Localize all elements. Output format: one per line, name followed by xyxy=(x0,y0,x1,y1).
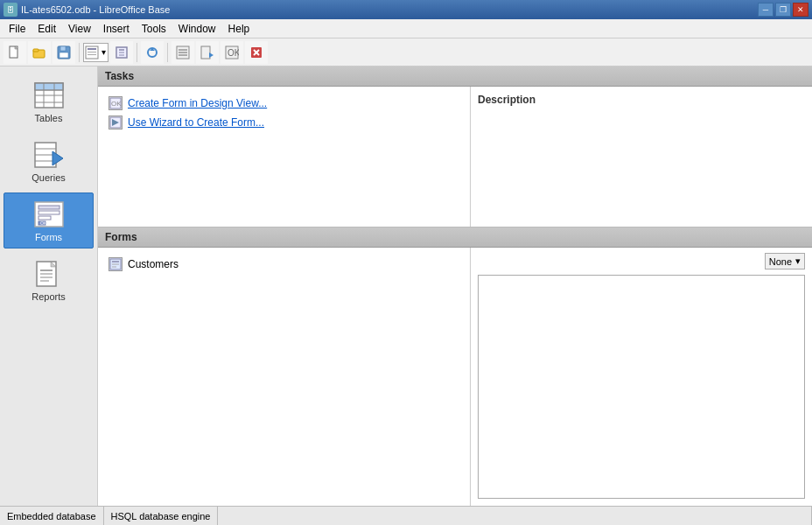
menu-file[interactable]: File xyxy=(4,21,31,37)
use-wizard-label: Use Wizard to Create Form... xyxy=(128,116,264,129)
none-select[interactable]: None ▾ xyxy=(765,253,805,270)
svg-text:OK: OK xyxy=(111,100,122,108)
query-stop-button[interactable] xyxy=(245,41,268,64)
status-db-type: Embedded database xyxy=(0,507,104,525)
tables-label: Tables xyxy=(35,113,63,123)
form-open-button[interactable] xyxy=(110,41,133,64)
none-arrow: ▾ xyxy=(795,256,801,267)
description-label: Description xyxy=(478,94,536,106)
svg-rect-21 xyxy=(201,46,210,59)
forms-body: Customers None ▾ xyxy=(98,248,812,506)
sep1 xyxy=(79,43,80,62)
tables-icon xyxy=(32,80,66,111)
forms-preview-panel: None ▾ xyxy=(471,248,812,506)
menu-insert[interactable]: Insert xyxy=(98,21,135,37)
query-run-button[interactable]: OK xyxy=(220,41,243,64)
new-button[interactable] xyxy=(4,41,26,64)
svg-rect-9 xyxy=(88,52,96,52)
svg-text:OK: OK xyxy=(228,48,239,58)
sidebar-item-queries[interactable]: Queries xyxy=(4,133,94,189)
menu-help[interactable]: Help xyxy=(223,21,256,37)
restore-button[interactable]: ❐ xyxy=(775,3,791,17)
create-form-design-item[interactable]: OK Create Form in Design View... xyxy=(105,94,463,113)
svg-rect-41 xyxy=(38,211,60,214)
reports-label: Reports xyxy=(32,291,66,302)
window-title: IL-ates6502.odb - LibreOffice Base xyxy=(21,4,170,15)
query-edit-button[interactable] xyxy=(196,41,219,64)
menu-edit[interactable]: Edit xyxy=(32,21,61,37)
wizard-icon xyxy=(108,116,122,130)
svg-rect-40 xyxy=(38,206,60,209)
queries-icon xyxy=(32,139,66,171)
customers-form-icon xyxy=(108,257,122,271)
sep3 xyxy=(167,43,168,62)
svg-rect-3 xyxy=(33,49,38,52)
tasks-body: OK Create Form in Design View... Use Wiz… xyxy=(98,87,812,227)
window-controls: ─ ❐ ✕ xyxy=(758,3,808,17)
sidebar-item-forms[interactable]: OK Forms xyxy=(4,192,94,248)
save-button[interactable] xyxy=(52,41,75,64)
forms-list: Customers xyxy=(98,248,471,506)
forms-icon: OK xyxy=(32,199,66,230)
create-form-icon: OK xyxy=(108,96,122,110)
tasks-section: Tasks OK Create Form in Design View... U… xyxy=(98,66,812,228)
status-bar: Embedded database HSQL database engine xyxy=(0,506,812,525)
tasks-list: OK Create Form in Design View... Use Wiz… xyxy=(98,87,471,227)
sidebar-item-tables[interactable]: Tables xyxy=(4,74,94,130)
menu-window[interactable]: Window xyxy=(173,21,221,37)
svg-text:OK: OK xyxy=(40,220,47,226)
status-engine: HSQL database engine xyxy=(104,507,219,525)
svg-rect-29 xyxy=(35,83,63,90)
toolbar: ▾ OK xyxy=(0,38,812,66)
svg-marker-38 xyxy=(52,151,63,165)
open-button[interactable] xyxy=(28,41,51,64)
query-new-button[interactable] xyxy=(172,41,194,64)
sidebar-item-reports[interactable]: Reports xyxy=(4,252,94,308)
forms-preview-box xyxy=(478,275,805,499)
svg-rect-10 xyxy=(88,54,96,55)
create-form-label: Create Form in Design View... xyxy=(128,97,267,109)
none-dropdown-area: None ▾ xyxy=(474,251,808,271)
forms-header: Forms xyxy=(98,228,812,248)
svg-rect-42 xyxy=(38,216,51,220)
reports-icon xyxy=(32,258,66,290)
form-combo[interactable]: ▾ xyxy=(83,43,108,62)
svg-marker-22 xyxy=(209,52,214,58)
menu-bar: File Edit View Insert Tools Window Help xyxy=(0,19,812,38)
customers-form-item[interactable]: Customers xyxy=(105,255,463,274)
tasks-header: Tasks xyxy=(98,66,812,87)
svg-rect-6 xyxy=(60,52,68,58)
menu-tools[interactable]: Tools xyxy=(136,21,172,37)
minimize-button[interactable]: ─ xyxy=(758,3,774,17)
close-button[interactable]: ✕ xyxy=(793,3,808,17)
use-wizard-item[interactable]: Use Wizard to Create Form... xyxy=(105,113,463,132)
none-label: None xyxy=(769,256,792,267)
customers-label: Customers xyxy=(128,258,178,270)
sep2 xyxy=(136,43,137,62)
status-empty xyxy=(218,507,812,525)
db-refresh-button[interactable] xyxy=(141,41,164,64)
app-icon: 🗄 xyxy=(4,3,18,17)
svg-rect-5 xyxy=(60,46,66,51)
sidebar: Tables Queries xyxy=(0,66,98,506)
title-bar: 🗄 IL-ates6502.odb - LibreOffice Base ─ ❐… xyxy=(0,0,812,19)
content-area: Tasks OK Create Form in Design View... U… xyxy=(98,66,812,506)
svg-rect-8 xyxy=(88,48,96,50)
menu-view[interactable]: View xyxy=(63,21,96,37)
queries-label: Queries xyxy=(32,172,66,183)
tasks-description: Description xyxy=(471,87,812,227)
forms-label: Forms xyxy=(35,232,62,242)
forms-section: Forms Customers None ▾ xyxy=(98,228,812,506)
main-area: Tables Queries xyxy=(0,66,812,506)
